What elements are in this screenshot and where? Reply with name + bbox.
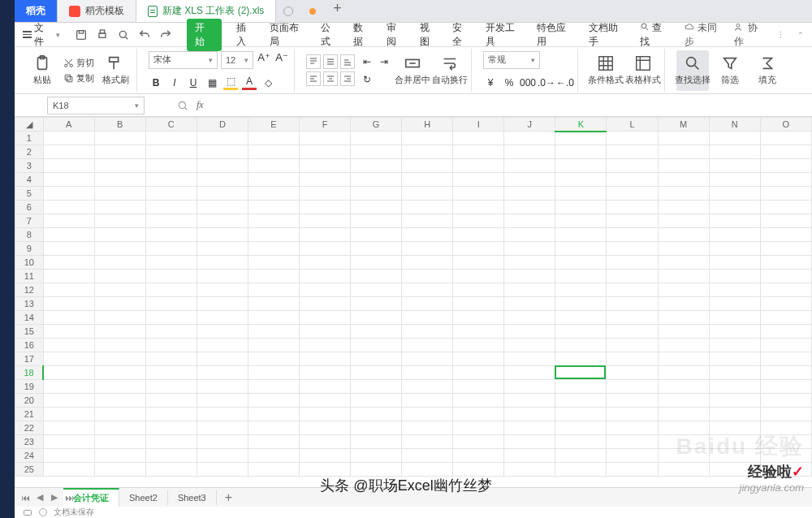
cell[interactable] — [299, 380, 350, 394]
menu-insert[interactable]: 插入 — [236, 21, 255, 49]
cell[interactable] — [760, 339, 811, 352]
cell[interactable] — [351, 132, 402, 145]
cell[interactable] — [43, 173, 94, 187]
cell[interactable] — [248, 256, 299, 270]
cell[interactable] — [555, 366, 607, 380]
cell[interactable] — [504, 463, 555, 477]
cell[interactable] — [709, 463, 760, 477]
cell[interactable] — [351, 352, 402, 366]
cell[interactable] — [658, 214, 709, 228]
cell[interactable] — [709, 173, 760, 187]
cell[interactable] — [555, 394, 607, 408]
menu-page-layout[interactable]: 页面布局 — [270, 21, 306, 49]
cell[interactable] — [658, 283, 709, 297]
cell[interactable] — [453, 421, 504, 435]
cell[interactable] — [402, 463, 453, 477]
orientation-button[interactable]: ↻ — [360, 72, 374, 87]
cell[interactable] — [94, 297, 145, 311]
new-tab-button[interactable]: + — [325, 0, 350, 22]
cell[interactable] — [145, 311, 197, 325]
cell[interactable] — [709, 311, 760, 325]
cell[interactable] — [453, 173, 504, 187]
column-header[interactable]: F — [299, 118, 350, 132]
decrease-decimal-button[interactable]: ←.0 — [558, 76, 572, 90]
cell[interactable] — [453, 214, 504, 228]
row-header[interactable]: 7 — [15, 214, 44, 228]
cell[interactable] — [43, 339, 94, 352]
cell[interactable] — [453, 352, 504, 366]
cell[interactable] — [145, 352, 197, 366]
expand-ribbon[interactable]: ⌃ — [797, 31, 804, 39]
cell[interactable] — [248, 283, 299, 297]
sheet-nav-last[interactable]: ⏭ — [63, 492, 75, 503]
row-header[interactable]: 18 — [15, 366, 44, 380]
cell[interactable] — [94, 394, 145, 408]
cell[interactable] — [607, 408, 658, 421]
cell[interactable] — [197, 145, 248, 159]
cell[interactable] — [504, 242, 555, 256]
cell[interactable] — [453, 159, 504, 173]
sheet-nav-prev[interactable]: ◀ — [34, 492, 45, 503]
cell[interactable] — [709, 132, 760, 145]
paste-button[interactable]: 粘贴 — [26, 50, 58, 91]
cell[interactable] — [299, 159, 350, 173]
cell[interactable] — [504, 173, 555, 187]
row-header[interactable]: 10 — [15, 256, 44, 270]
notification-dot-icon[interactable] — [309, 8, 316, 15]
cell[interactable] — [197, 352, 248, 366]
cell[interactable] — [43, 283, 94, 297]
column-header[interactable]: M — [658, 118, 709, 132]
column-header[interactable]: I — [453, 118, 504, 132]
cell[interactable] — [351, 242, 402, 256]
cell[interactable] — [453, 228, 504, 242]
cell[interactable] — [197, 242, 248, 256]
row-header[interactable]: 17 — [15, 352, 44, 366]
cell[interactable] — [607, 242, 658, 256]
name-box[interactable]: K18 ▾ — [47, 97, 145, 114]
tab-home[interactable]: 稻壳 — [15, 0, 58, 22]
column-header[interactable]: E — [248, 118, 299, 132]
cell[interactable] — [453, 132, 504, 145]
cell[interactable] — [607, 421, 658, 435]
cell[interactable] — [145, 325, 197, 339]
cell[interactable] — [351, 463, 402, 477]
cell[interactable] — [145, 228, 197, 242]
cell[interactable] — [197, 214, 248, 228]
cell[interactable] — [760, 256, 811, 270]
cell[interactable] — [607, 270, 658, 283]
cell[interactable] — [504, 366, 555, 380]
fill-button[interactable]: 填充 — [751, 50, 784, 91]
cell[interactable] — [43, 408, 94, 421]
cell[interactable] — [555, 173, 607, 187]
cell[interactable] — [197, 311, 248, 325]
increase-indent-button[interactable]: ⇥ — [377, 54, 391, 69]
cell[interactable] — [504, 132, 555, 145]
cell[interactable] — [145, 449, 197, 463]
row-header[interactable]: 19 — [15, 380, 44, 394]
cell[interactable] — [607, 339, 658, 352]
cell[interactable] — [607, 145, 658, 159]
more-menu[interactable]: ⋮ — [777, 31, 784, 39]
cell[interactable] — [709, 380, 760, 394]
cell[interactable] — [197, 159, 248, 173]
cell[interactable] — [248, 366, 299, 380]
cell[interactable] — [555, 256, 607, 270]
row-header[interactable]: 13 — [15, 297, 44, 311]
cell[interactable] — [658, 297, 709, 311]
cell[interactable] — [402, 449, 453, 463]
phonetic-button[interactable]: ◇ — [261, 76, 275, 90]
cell[interactable] — [402, 145, 453, 159]
cell[interactable] — [658, 449, 709, 463]
cell[interactable] — [145, 366, 197, 380]
cell[interactable] — [94, 132, 145, 145]
cell[interactable] — [709, 214, 760, 228]
row-header[interactable]: 6 — [15, 201, 44, 214]
row-header[interactable]: 12 — [15, 283, 44, 297]
row-header[interactable]: 8 — [15, 228, 44, 242]
menu-review[interactable]: 审阅 — [387, 21, 405, 49]
cell[interactable] — [658, 242, 709, 256]
cell[interactable] — [709, 270, 760, 283]
cell[interactable] — [145, 421, 197, 435]
cell[interactable] — [760, 145, 811, 159]
cell[interactable] — [760, 283, 811, 297]
